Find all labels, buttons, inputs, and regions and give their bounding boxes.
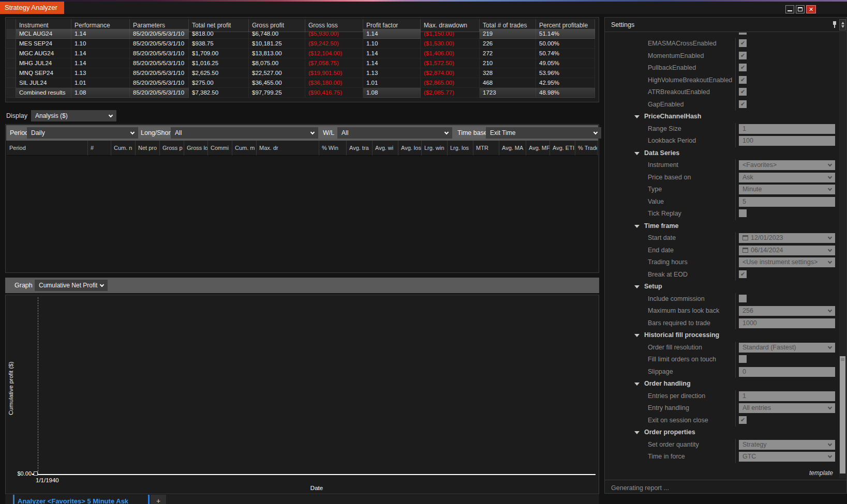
maximize-button[interactable] bbox=[796, 5, 805, 13]
period-column-header[interactable]: MTR bbox=[473, 141, 499, 156]
checkbox-tick-replay[interactable] bbox=[739, 209, 747, 217]
table-cell[interactable]: $2,625.50 bbox=[189, 68, 249, 78]
filter-dropdown-w-l[interactable]: All bbox=[337, 127, 452, 139]
table-cell[interactable]: 49.05% bbox=[536, 58, 595, 68]
row-gutter[interactable] bbox=[6, 68, 16, 78]
collapse-arrow-icon[interactable] bbox=[634, 383, 640, 386]
table-cell[interactable]: $1,709.00 bbox=[189, 49, 249, 58]
select-maximum-bars-look-back[interactable]: 256 bbox=[739, 306, 835, 316]
select-instrument[interactable]: <Favorites> bbox=[739, 160, 835, 170]
table-cell[interactable]: MGC AUG24 bbox=[16, 49, 71, 58]
table-cell[interactable]: 50.00% bbox=[536, 39, 595, 49]
table-cell[interactable]: 48.98% bbox=[536, 88, 595, 98]
checkbox-pullbackenabled[interactable]: ✔ bbox=[739, 64, 747, 71]
table-cell[interactable]: ($1,150.00) bbox=[421, 29, 480, 39]
minimize-button[interactable] bbox=[785, 5, 794, 13]
table-cell[interactable]: 210 bbox=[480, 58, 536, 68]
checkbox-emasmacrossenabled[interactable]: ✔ bbox=[739, 39, 747, 47]
period-column-header[interactable]: Avg. wi bbox=[373, 141, 398, 156]
period-column-header[interactable]: Avg. ETI bbox=[550, 141, 575, 156]
table-cell[interactable]: ($9,242.50) bbox=[305, 39, 363, 49]
date-picker-end-date[interactable]: 06/14/2024 bbox=[739, 246, 835, 255]
select-price-based-on[interactable]: Ask bbox=[739, 173, 835, 182]
period-column-header[interactable]: Commi bbox=[208, 141, 232, 156]
period-column-header[interactable]: % Win bbox=[319, 141, 347, 156]
table-cell[interactable]: $10,181.25 bbox=[249, 39, 305, 49]
table-cell[interactable]: 1.14 bbox=[363, 58, 421, 68]
table-cell[interactable]: 85/20/20/5/5/3/1/10 bbox=[130, 39, 189, 49]
table-cell[interactable]: 1.14 bbox=[363, 29, 421, 39]
table-cell[interactable]: 219 bbox=[480, 29, 536, 39]
table-cell[interactable]: MCL AUG24 bbox=[16, 29, 71, 39]
input-entries-per-direction[interactable]: 1 bbox=[739, 391, 835, 401]
period-column-header[interactable]: Lrg. los bbox=[448, 141, 473, 156]
table-cell[interactable]: 85/20/20/5/5/3/1/10 bbox=[130, 78, 189, 88]
date-picker-start-date[interactable]: 12/01/2023 bbox=[739, 233, 835, 243]
row-gutter[interactable] bbox=[6, 58, 16, 68]
table-cell[interactable]: 1.14 bbox=[71, 29, 130, 39]
table-cell[interactable]: MES SEP24 bbox=[16, 39, 71, 49]
collapse-arrow-icon[interactable] bbox=[634, 115, 640, 118]
table-cell[interactable]: ($19,901.50) bbox=[305, 68, 363, 78]
window-title-tab[interactable]: Strategy Analyzer bbox=[0, 2, 64, 14]
settings-group-order-handling[interactable]: Order handling bbox=[605, 378, 839, 390]
period-column-header[interactable]: Max. dr bbox=[257, 141, 319, 156]
table-cell[interactable]: ($36,180.00) bbox=[305, 78, 363, 88]
table-cell[interactable]: MNQ SEP24 bbox=[16, 68, 71, 78]
input-value[interactable]: 5 bbox=[739, 197, 835, 207]
period-column-header[interactable]: Gross p bbox=[160, 141, 184, 156]
table-cell[interactable]: 51.14% bbox=[536, 29, 595, 39]
table-cell[interactable]: 1.10 bbox=[363, 39, 421, 49]
checkbox-fill-limit-orders-on-touch[interactable] bbox=[739, 355, 747, 363]
row-gutter[interactable] bbox=[6, 39, 16, 49]
table-cell[interactable]: SIL JUL24 bbox=[16, 78, 71, 88]
period-column-header[interactable]: Gross lo bbox=[184, 141, 208, 156]
checkbox-momentumenabled[interactable]: ✔ bbox=[739, 52, 747, 59]
table-cell[interactable]: 272 bbox=[480, 49, 536, 58]
table-cell[interactable]: $22,527.00 bbox=[249, 68, 305, 78]
filter-dropdown-period[interactable]: Daily bbox=[27, 127, 138, 139]
table-cell[interactable]: ($5,930.00) bbox=[305, 29, 363, 39]
period-column-header[interactable]: Avg. tra bbox=[347, 141, 373, 156]
table-cell[interactable]: Combined results bbox=[16, 88, 71, 98]
select-entry-handling[interactable]: All entries bbox=[739, 403, 835, 413]
table-cell[interactable]: MHG JUL24 bbox=[16, 58, 71, 68]
period-column-header[interactable]: Avg. MF bbox=[526, 141, 550, 156]
table-cell[interactable]: 85/20/20/5/5/3/1/10 bbox=[130, 49, 189, 58]
table-cell[interactable]: 42.95% bbox=[536, 78, 595, 88]
table-cell[interactable]: $36,455.00 bbox=[249, 78, 305, 88]
table-cell[interactable]: $8,075.00 bbox=[249, 58, 305, 68]
table-cell[interactable]: ($2,874.00) bbox=[421, 68, 480, 78]
settings-group-historical-fill-processing[interactable]: Historical fill processing bbox=[605, 329, 839, 342]
table-cell[interactable]: $97,799.25 bbox=[249, 88, 305, 98]
settings-group-pricechannelhash[interactable]: PriceChannelHash bbox=[605, 111, 839, 123]
period-column-header[interactable]: Net pro bbox=[136, 141, 160, 156]
table-cell[interactable]: 328 bbox=[480, 68, 536, 78]
checkbox-exit-on-session-close[interactable]: ✔ bbox=[739, 416, 747, 424]
select-time-in-force[interactable]: GTC bbox=[739, 452, 835, 462]
table-cell[interactable]: 53.96% bbox=[536, 68, 595, 78]
table-cell[interactable]: 1.13 bbox=[363, 68, 421, 78]
checkbox-break-at-eod[interactable]: ✔ bbox=[739, 270, 747, 278]
display-dropdown[interactable]: Analysis ($) bbox=[31, 110, 116, 121]
settings-scrollbar-thumb[interactable] bbox=[840, 356, 845, 474]
table-cell[interactable]: 50.74% bbox=[536, 49, 595, 58]
table-cell[interactable]: ($12,104.00) bbox=[305, 49, 363, 58]
select-set-order-quantity[interactable]: Strategy bbox=[739, 440, 835, 450]
collapse-arrow-icon[interactable] bbox=[634, 431, 640, 434]
checkbox-gapenabled[interactable]: ✔ bbox=[739, 100, 747, 108]
table-cell[interactable]: 1.01 bbox=[363, 78, 421, 88]
settings-group-time-frame[interactable]: Time frame bbox=[605, 220, 839, 233]
period-column-header[interactable]: % Trade bbox=[575, 141, 598, 156]
period-column-header[interactable]: Cum. n bbox=[111, 141, 136, 156]
select-order-fill-resolution[interactable]: Standard (Fastest) bbox=[739, 343, 835, 353]
table-cell[interactable]: 1.01 bbox=[71, 78, 130, 88]
table-cell[interactable]: $818.00 bbox=[189, 29, 249, 39]
table-cell[interactable]: $6,748.00 bbox=[249, 29, 305, 39]
collapse-arrow-icon[interactable] bbox=[634, 334, 640, 337]
table-cell[interactable]: ($2,085.77) bbox=[421, 88, 480, 98]
table-cell[interactable]: 1.08 bbox=[363, 88, 421, 98]
graph-type-dropdown[interactable]: Cumulative Net Profit bbox=[35, 280, 108, 291]
table-cell[interactable]: ($1,406.00) bbox=[421, 49, 480, 58]
filter-dropdown-long-short[interactable]: All bbox=[171, 127, 318, 139]
